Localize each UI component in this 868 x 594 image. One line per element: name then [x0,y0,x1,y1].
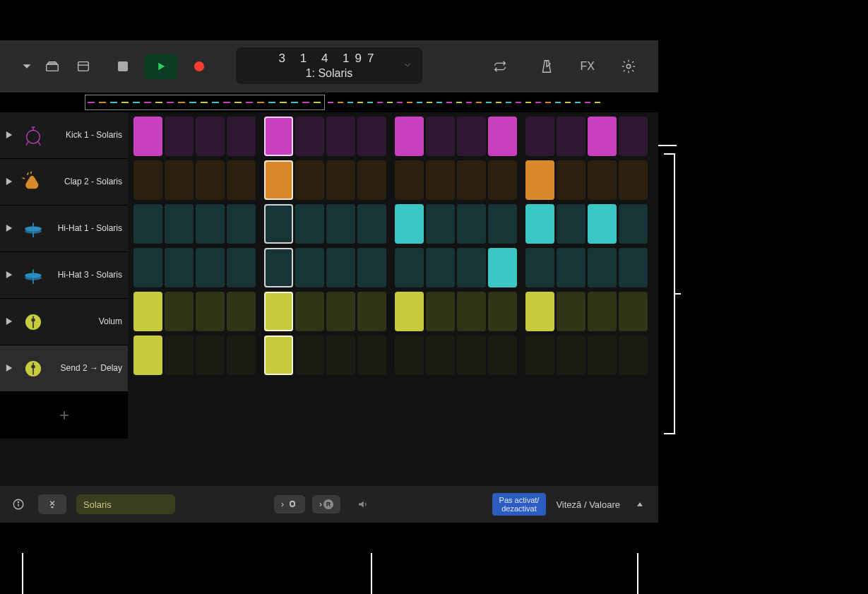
step-cell[interactable] [457,335,486,375]
step-cell[interactable] [196,204,225,244]
step-cell[interactable] [133,204,162,244]
step-cell[interactable] [588,292,617,331]
step-cell[interactable] [227,204,256,244]
step-cell[interactable] [588,204,617,244]
step-cell[interactable] [619,248,648,287]
step-cell[interactable] [488,117,517,156]
midi-learn-button[interactable]: › [274,495,305,513]
step-cell[interactable] [525,292,554,331]
step-cell[interactable] [488,292,517,331]
step-cell[interactable] [457,160,486,200]
step-cell[interactable] [488,160,517,200]
step-cell[interactable] [619,160,648,200]
step-cell[interactable] [264,117,293,156]
metronome-button[interactable] [534,54,559,79]
track-header[interactable]: Send 2 → Delay [0,345,128,392]
close-button[interactable] [38,494,66,514]
step-cell[interactable] [295,204,324,244]
add-track-button[interactable] [0,392,128,439]
step-cell[interactable] [196,292,225,331]
step-cell[interactable] [557,160,585,200]
step-cell[interactable] [264,248,293,287]
step-cell[interactable] [619,204,648,244]
step-cell[interactable] [426,204,455,244]
view-button[interactable] [71,54,96,79]
midi-r-button[interactable]: › R [312,495,340,513]
step-cell[interactable] [457,248,486,287]
step-cell[interactable] [326,117,355,156]
step-cell[interactable] [165,335,194,375]
step-cell[interactable] [295,292,324,331]
step-cell[interactable] [557,117,585,156]
step-cell[interactable] [227,117,256,156]
track-header[interactable]: Hi-Hat 1 - Solaris [0,206,128,252]
step-cell[interactable] [426,292,455,331]
track-play-button[interactable] [6,176,13,189]
step-cell[interactable] [488,204,517,244]
track-header[interactable]: Clap 2 - Solaris [0,159,128,206]
step-cell[interactable] [165,248,194,287]
step-cell[interactable] [357,292,386,331]
step-cell[interactable] [133,160,162,200]
step-cell[interactable] [264,160,293,200]
step-cell[interactable] [619,292,648,331]
step-cell[interactable] [295,117,324,156]
step-cell[interactable] [395,204,424,244]
step-cell[interactable] [395,117,424,156]
step-cell[interactable] [326,335,355,375]
step-cell[interactable] [227,248,256,287]
step-cell[interactable] [165,292,194,331]
step-cell[interactable] [133,335,162,375]
step-cell[interactable] [525,117,554,156]
step-cell[interactable] [395,292,424,331]
menu-dropdown-button[interactable] [14,54,40,79]
track-play-button[interactable] [6,316,13,328]
step-cell[interactable] [457,204,486,244]
step-cell[interactable] [133,117,162,156]
step-cell[interactable] [525,160,554,200]
track-play-button[interactable] [6,269,13,282]
loop-button[interactable] [487,54,513,79]
track-play-button[interactable] [6,129,13,142]
step-cell[interactable] [295,335,324,375]
step-cell[interactable] [165,204,194,244]
step-cell[interactable] [264,335,293,375]
info-button[interactable] [8,494,28,514]
step-toggle-button[interactable]: Pas activat/ dezactivat [492,493,547,516]
step-cell[interactable] [295,160,324,200]
collapse-up-button[interactable] [630,494,650,514]
step-cell[interactable] [426,160,455,200]
step-cell[interactable] [196,248,225,287]
library-button[interactable] [40,54,65,79]
step-cell[interactable] [395,335,424,375]
step-cell[interactable] [525,204,554,244]
play-button[interactable] [144,54,178,79]
track-header[interactable]: Kick 1 - Solaris [0,112,128,159]
step-cell[interactable] [295,248,324,287]
step-cell[interactable] [165,117,194,156]
step-cell[interactable] [326,248,355,287]
step-cell[interactable] [357,335,386,375]
track-play-button[interactable] [6,222,13,235]
fx-button[interactable]: FX [581,60,595,73]
step-cell[interactable] [457,117,486,156]
step-cell[interactable] [557,335,585,375]
step-cell[interactable] [196,117,225,156]
step-cell[interactable] [619,117,648,156]
track-header[interactable]: Hi-Hat 3 - Solaris [0,252,128,299]
settings-gear-button[interactable] [616,54,641,79]
step-cell[interactable] [326,292,355,331]
step-cell[interactable] [264,292,293,331]
step-cell[interactable] [557,204,585,244]
velocity-value-button[interactable]: Viteză / Valoare [556,499,620,510]
step-cell[interactable] [227,292,256,331]
step-cell[interactable] [426,248,455,287]
step-cell[interactable] [557,292,585,331]
stop-button[interactable] [110,54,136,79]
record-button[interactable] [186,54,212,79]
step-cell[interactable] [227,160,256,200]
lcd-display[interactable]: 3 1 4 197 1: Solaris [236,47,422,84]
pattern-name-field[interactable]: Solaris [76,494,175,514]
step-cell[interactable] [457,292,486,331]
step-cell[interactable] [619,335,648,375]
